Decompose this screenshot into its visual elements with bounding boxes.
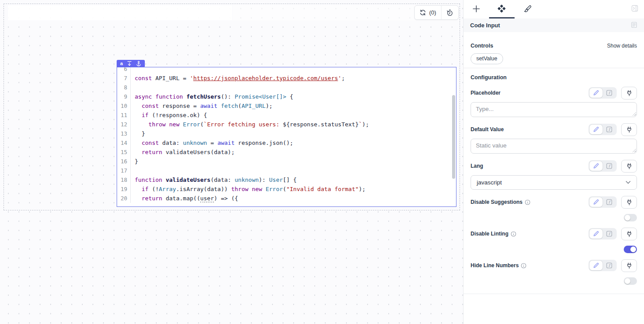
fx-expression-button[interactable]: f xyxy=(603,125,616,134)
info-icon[interactable] xyxy=(525,199,530,205)
connect-data-button[interactable] xyxy=(621,123,637,136)
field-disable-suggestions: Disable Suggestionsf xyxy=(471,195,637,221)
connect-data-button[interactable] xyxy=(621,196,637,209)
connect-data-button[interactable] xyxy=(621,160,637,173)
editor-mode-segmented: f xyxy=(589,87,617,99)
code-line[interactable]: 13 } xyxy=(117,129,456,138)
hide-line-numbers-toggle[interactable] xyxy=(624,277,637,285)
field-label: Disable Linting xyxy=(471,231,516,237)
svg-text:f: f xyxy=(608,200,611,204)
code-text: } xyxy=(131,129,145,138)
fx-expression-button[interactable]: f xyxy=(603,261,616,270)
line-number: 18 xyxy=(117,175,131,184)
toggle-knob xyxy=(625,278,630,284)
tab-styling[interactable] xyxy=(522,4,534,15)
code-line[interactable]: 8 xyxy=(117,83,456,92)
code-input-widget[interactable]: 67const API_URL = 'https://jsonplacehold… xyxy=(117,67,456,207)
toggle-knob xyxy=(625,215,630,221)
configuration-fields: PlaceholderfDefault ValuefLangfjavascrip… xyxy=(471,86,637,285)
collapse-panel-button[interactable] xyxy=(631,5,638,13)
info-icon[interactable] xyxy=(511,231,516,237)
static-edit-button[interactable] xyxy=(589,229,603,239)
static-edit-button[interactable] xyxy=(589,161,603,171)
component-handle[interactable]: a xyxy=(117,60,145,67)
code-line[interactable]: 17 xyxy=(117,166,456,175)
info-icon[interactable] xyxy=(521,263,526,269)
editor-mode-segmented: f xyxy=(589,196,617,208)
connect-data-button[interactable] xyxy=(621,228,637,240)
line-number: 11 xyxy=(117,110,131,120)
code-line[interactable]: 16} xyxy=(117,157,456,166)
properties-panel: Code Input Controls Show details setValu… xyxy=(463,0,644,324)
static-edit-button[interactable] xyxy=(589,197,603,207)
code-line[interactable]: 7const API_URL = 'https://jsonplaceholde… xyxy=(117,74,456,83)
code-text: const data: unknown = await response.jso… xyxy=(131,138,293,147)
svg-text:f: f xyxy=(608,127,611,132)
line-number: 14 xyxy=(117,138,131,147)
editor-mode-segmented: f xyxy=(589,260,617,271)
field-label: Disable Suggestions xyxy=(471,199,530,205)
code-text: if (!Array.isArray(data)) throw new Erro… xyxy=(131,184,365,194)
section-divider xyxy=(464,294,644,294)
fx-expression-button[interactable]: f xyxy=(603,88,616,98)
line-number: 19 xyxy=(117,184,131,194)
field-label: Placeholder xyxy=(471,90,500,96)
code-line[interactable]: 18function validateUsers(data: unknown):… xyxy=(117,175,456,184)
code-editor[interactable]: 67const API_URL = 'https://jsonplacehold… xyxy=(117,67,456,206)
component-id-label: a xyxy=(120,61,123,66)
refresh-runnables-button[interactable]: (0) xyxy=(415,6,441,19)
code-line[interactable]: 12 throw new Error(`Error fetching users… xyxy=(117,120,456,129)
field-default-value: Default Valuef xyxy=(471,123,637,154)
default-value-input[interactable] xyxy=(471,139,637,154)
line-number: 6 xyxy=(117,67,131,74)
code-line[interactable]: 14 const data: unknown = await response.… xyxy=(117,138,456,147)
app-canvas[interactable]: (0) a xyxy=(0,0,463,324)
code-line[interactable]: 10 const response = await fetch(API_URL)… xyxy=(117,101,456,110)
disable-suggestions-toggle[interactable] xyxy=(624,214,637,221)
component-title: Code Input xyxy=(470,22,500,29)
code-line[interactable]: 15 return validateUsers(data); xyxy=(117,147,456,157)
document-icon xyxy=(631,22,637,29)
line-number: 13 xyxy=(117,129,131,138)
field-placeholder: Placeholderf xyxy=(471,86,637,117)
line-number: 15 xyxy=(117,147,131,157)
static-edit-button[interactable] xyxy=(589,125,603,134)
panel-tabs xyxy=(464,0,644,18)
fx-expression-button[interactable]: f xyxy=(603,197,616,207)
placeholder-input[interactable] xyxy=(471,102,637,117)
lang-select[interactable]: javascript xyxy=(471,175,637,190)
history-button[interactable] xyxy=(441,6,458,19)
connect-data-button[interactable] xyxy=(621,259,637,272)
line-number: 20 xyxy=(117,194,131,203)
code-line[interactable]: 9async function fetchUsers(): Promise<Us… xyxy=(117,92,456,101)
field-label: Hide Line Numbers xyxy=(471,262,526,269)
static-edit-button[interactable] xyxy=(589,261,603,270)
svg-text:f: f xyxy=(608,232,611,236)
code-text: function validateUsers(data: unknown): U… xyxy=(131,175,297,184)
field-label: Lang xyxy=(471,163,483,169)
static-edit-button[interactable] xyxy=(589,88,603,98)
fx-expression-button[interactable]: f xyxy=(603,229,616,239)
canvas-row-highlight xyxy=(8,5,232,20)
field-lang: Langfjavascript xyxy=(471,159,637,190)
code-line[interactable]: 19 if (!Array.isArray(data)) throw new E… xyxy=(117,184,456,194)
line-number: 16 xyxy=(117,157,131,166)
show-details-link[interactable]: Show details xyxy=(607,43,637,49)
editor-mode-segmented: f xyxy=(589,124,617,135)
code-line[interactable]: 11 if (!response.ok) { xyxy=(117,110,456,120)
disable-linting-toggle[interactable] xyxy=(624,246,637,253)
connect-data-button[interactable] xyxy=(621,87,637,99)
tab-insert[interactable] xyxy=(471,4,482,15)
toggle-knob xyxy=(630,247,636,252)
editor-mode-segmented: f xyxy=(589,160,617,172)
code-line[interactable]: 20 return data.map((user) => ({ xyxy=(117,194,456,203)
anchor-icon[interactable] xyxy=(136,61,141,66)
fx-expression-button[interactable]: f xyxy=(603,161,616,171)
editor-scrollbar-thumb[interactable] xyxy=(452,95,455,179)
code-line[interactable]: 6 xyxy=(117,67,456,74)
expand-height-icon[interactable] xyxy=(127,61,132,66)
documentation-button[interactable] xyxy=(631,22,637,29)
brush-icon xyxy=(524,5,532,14)
control-chip-setValue[interactable]: setValue xyxy=(471,53,503,64)
tab-settings[interactable] xyxy=(496,4,507,15)
